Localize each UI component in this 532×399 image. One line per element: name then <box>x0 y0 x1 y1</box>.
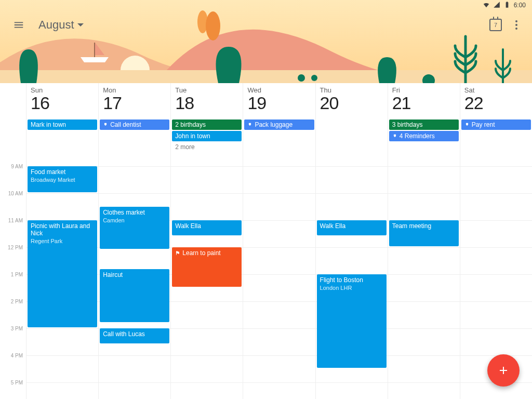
day-column[interactable]: Team meeting <box>388 153 460 399</box>
calendar-event[interactable]: Flight to BostonLondon LHR <box>317 274 387 368</box>
day-column[interactable] <box>243 153 315 399</box>
day-column[interactable]: Clothes marketCamdenHaircutCall with Luc… <box>98 153 170 399</box>
hour-label: 2 PM <box>11 299 23 304</box>
day-headers: Sun16Mon17Tue18Wed19Thu20Fri21Sat22 <box>0 83 532 119</box>
jump-to-today-button[interactable]: 7 <box>485 15 506 35</box>
day-number: 22 <box>464 94 532 113</box>
allday-cell: 3 birthdays4 Reminders <box>388 119 460 153</box>
hour-label: 5 PM <box>11 380 23 385</box>
day-number: 19 <box>247 94 315 113</box>
calendar-event[interactable]: Walk Ella <box>317 220 387 235</box>
allday-cell: Pay rent <box>460 119 532 153</box>
hour-label: 11 AM <box>8 218 23 223</box>
allday-chip[interactable]: Pay rent <box>461 119 531 130</box>
svg-point-7 <box>298 74 305 82</box>
day-columns: Food marketBroadway MarketPicnic with La… <box>26 153 532 399</box>
signal-icon <box>493 1 500 10</box>
status-bar: 6:00 <box>0 0 532 10</box>
day-column[interactable]: Food marketBroadway MarketPicnic with La… <box>26 153 98 399</box>
calendar-event[interactable]: Learn to paint <box>172 247 242 287</box>
allday-cell: 2 birthdaysJohn in town2 more <box>170 119 243 153</box>
day-number: 18 <box>175 94 243 113</box>
allday-cell <box>315 119 388 153</box>
day-number: 16 <box>31 94 98 113</box>
allday-chip[interactable]: John in town <box>172 131 242 141</box>
hamburger-menu-icon[interactable] <box>10 17 27 33</box>
day-number: 20 <box>320 94 388 113</box>
plus-icon <box>497 364 510 377</box>
hour-label: 10 AM <box>8 191 23 196</box>
calendar-event[interactable]: Food marketBroadway Market <box>28 166 97 192</box>
more-events-link[interactable]: 2 more <box>172 142 242 152</box>
allday-cell: Pack luggage <box>243 119 315 153</box>
day-header[interactable]: Fri21 <box>388 83 460 119</box>
calendar-event[interactable]: Walk Ella <box>172 220 242 235</box>
calendar-event[interactable]: Call with Lucas <box>100 328 169 343</box>
allday-chip[interactable]: Mark in town <box>28 119 97 130</box>
allday-cell: Mark in town <box>26 119 98 153</box>
month-label: August <box>38 18 74 32</box>
hour-label: 4 PM <box>11 353 23 358</box>
hour-label: 1 PM <box>11 272 23 277</box>
overflow-menu-button[interactable] <box>506 15 527 35</box>
hour-label: 12 PM <box>8 245 23 250</box>
day-number: 17 <box>103 94 170 113</box>
hour-label: 9 AM <box>11 164 23 169</box>
day-number: 21 <box>392 94 460 113</box>
svg-rect-3 <box>94 43 95 57</box>
day-column[interactable]: Walk EllaLearn to paint <box>170 153 243 399</box>
allday-chip[interactable]: 3 birthdays <box>389 119 459 130</box>
day-header[interactable]: Mon17 <box>98 83 170 119</box>
day-header[interactable]: Wed19 <box>243 83 315 119</box>
more-vert-icon <box>515 20 517 30</box>
allday-chip[interactable]: 2 birthdays <box>172 119 242 130</box>
day-header[interactable]: Sun16 <box>26 83 98 119</box>
calendar-event[interactable]: Team meeting <box>389 220 459 246</box>
wifi-icon <box>483 1 490 10</box>
allday-chip[interactable]: 4 Reminders <box>389 131 459 141</box>
hour-label: 3 PM <box>11 326 23 331</box>
day-header[interactable]: Sat22 <box>460 83 532 119</box>
allday-chip[interactable]: Pack luggage <box>244 119 314 130</box>
svg-rect-2 <box>0 70 532 83</box>
calendar-today-icon: 7 <box>489 19 502 31</box>
month-picker[interactable]: August <box>38 18 84 32</box>
calendar-event[interactable]: Picnic with Laura and NickRegent Park <box>28 220 97 327</box>
app-toolbar: August 7 <box>0 10 532 39</box>
chevron-down-icon <box>77 23 84 26</box>
battery-icon <box>503 1 511 10</box>
calendar-event[interactable]: Clothes marketCamden <box>100 207 169 249</box>
week-view: Sun16Mon17Tue18Wed19Thu20Fri21Sat22 Mark… <box>0 83 532 399</box>
create-event-fab[interactable] <box>487 354 520 387</box>
allday-row: Mark in townCall dentist2 birthdaysJohn … <box>0 119 532 153</box>
allday-chip[interactable]: Call dentist <box>100 119 169 130</box>
status-time: 6:00 <box>514 2 526 9</box>
svg-point-8 <box>311 75 317 81</box>
day-column[interactable]: Walk EllaFlight to BostonLondon LHR <box>315 153 388 399</box>
hour-gutter: 9 AM10 AM11 AM12 PM1 PM2 PM3 PM4 PM5 PM <box>0 153 26 399</box>
allday-cell: Call dentist <box>98 119 170 153</box>
day-header[interactable]: Thu20 <box>315 83 388 119</box>
calendar-event[interactable]: Haircut <box>100 269 169 322</box>
day-header[interactable]: Tue18 <box>170 83 243 119</box>
